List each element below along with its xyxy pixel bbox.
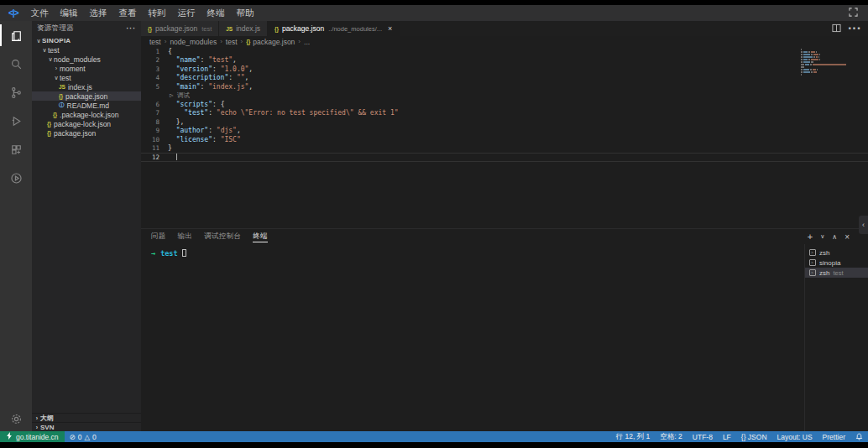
js-file-icon: JS (59, 84, 65, 90)
code-line-6: 6 "scripts": { (141, 100, 868, 109)
codelens-debug[interactable]: ▷ 调试 (141, 91, 868, 101)
extensions-icon[interactable] (0, 135, 32, 164)
minimap-line (801, 49, 853, 50)
activity-bar (0, 21, 32, 431)
explorer-icon[interactable] (0, 21, 32, 49)
panel-tab-问题[interactable]: 问题 (151, 229, 166, 244)
tree-item-test[interactable]: ∨test (32, 73, 141, 82)
tab-package.json[interactable]: {}package.json../node_modules/...× (268, 21, 400, 36)
code-text: "description": "", (159, 74, 248, 81)
minimap-token (803, 71, 810, 73)
panel-tab-终端[interactable]: 终端 (253, 229, 268, 244)
tree-item-SINOPIA[interactable]: ∨SINOPIA (32, 36, 141, 45)
status-item-行 12, 列 1[interactable]: 行 12, 列 1 (611, 431, 656, 442)
tree-item-package.json[interactable]: {}package.json (32, 91, 141, 101)
terminal-output[interactable]: →test (141, 244, 804, 431)
tree-item-node_modules[interactable]: ∨node_modules (32, 55, 141, 64)
status-item-LF[interactable]: LF (718, 431, 736, 442)
tree-item-index.js[interactable]: JSindex.js (32, 82, 141, 91)
breadcrumb-item-test[interactable]: test (226, 38, 238, 46)
menu-item-文件[interactable]: 文件 (24, 5, 54, 21)
run-debug-icon[interactable] (0, 107, 32, 135)
terminal-instance-zsh[interactable]: >zshtest (805, 268, 868, 278)
code-token: "test" (208, 56, 233, 64)
code-token: , (237, 127, 241, 134)
status-bar-right: 行 12, 列 1空格: 2UTF-8LF{} JSONLayout: USPr… (611, 431, 868, 442)
tab-index.js[interactable]: JSindex.js (219, 21, 268, 36)
minimap-line (801, 59, 853, 60)
source-control-icon[interactable] (0, 78, 32, 107)
minimap-token (811, 51, 815, 53)
search-icon[interactable] (0, 49, 32, 78)
status-item-UTF-8[interactable]: UTF-8 (688, 431, 718, 442)
breadcrumb-item-package.json[interactable]: {}package.json (246, 38, 295, 46)
sidebar-more-icon[interactable]: ··· (127, 24, 137, 33)
code-token: : (208, 127, 217, 134)
play-circle-icon[interactable] (0, 164, 32, 192)
split-editor-icon[interactable] (832, 21, 841, 36)
new-terminal-icon[interactable]: + (808, 232, 813, 242)
status-item-空格: 2[interactable]: 空格: 2 (655, 431, 687, 442)
breadcrumb-label: node_modules (170, 38, 217, 46)
panel-tab-调试控制台[interactable]: 调试控制台 (204, 229, 241, 244)
tabs: {}package.jsontestJSindex.js{}package.js… (141, 21, 400, 36)
text-cursor (176, 154, 177, 160)
tree-item-moment[interactable]: ›moment (32, 64, 141, 73)
chevron-down-icon: ∨ (47, 56, 54, 63)
terminal-instance-zsh[interactable]: >zsh (805, 247, 868, 258)
line-number: 9 (141, 127, 159, 134)
tree-item-test[interactable]: ∨test (32, 45, 141, 55)
collapse-panel-icon[interactable]: ‹ (859, 216, 868, 234)
menu-item-查看[interactable]: 查看 (112, 5, 142, 21)
breadcrumb-item-...[interactable]: ... (304, 38, 310, 46)
editor-more-icon[interactable]: ··· (848, 21, 861, 36)
code-line-12: 12 (141, 153, 868, 162)
chevron-right-icon: › (34, 415, 40, 421)
notifications-bell-icon[interactable] (850, 431, 868, 442)
sidebar-section-大纲[interactable]: ›大纲 (32, 413, 141, 422)
tree-item-label: package-lock.json (54, 120, 111, 128)
code-token: "echo \"Error: no test specified\" && ex… (217, 109, 399, 117)
tree-item-label: package.json (65, 92, 107, 101)
code-line-9: 9 "author": "djs", (141, 127, 868, 136)
code-line-1: 1{ (141, 47, 868, 56)
terminal-list: >zsh>sinopia>zshtest (804, 244, 868, 431)
json-file-icon: {} (246, 39, 250, 44)
tree-item-package-lock.json[interactable]: {}package-lock.json (32, 119, 141, 128)
tree-item-.package-lock.json[interactable]: {}.package-lock.json (32, 110, 141, 119)
menu-item-选择[interactable]: 选择 (83, 5, 112, 21)
close-panel-icon[interactable]: × (844, 232, 850, 242)
breadcrumb-item-test[interactable]: test (149, 38, 161, 46)
problems-status[interactable]: ⊘ 0 △ 0 (65, 431, 102, 442)
sidebar-section-SVN[interactable]: ›SVN (32, 422, 141, 431)
remote-indicator[interactable]: go.titanide.cn (0, 431, 65, 442)
menu-item-编辑[interactable]: 编辑 (54, 5, 83, 21)
minimap[interactable] (801, 49, 853, 79)
minimap-line (801, 76, 853, 78)
minimap-token (811, 54, 813, 55)
menu-item-帮助[interactable]: 帮助 (230, 5, 259, 21)
status-item-Layout: US[interactable]: Layout: US (772, 431, 818, 442)
tree-item-package.json[interactable]: {}package.json (32, 128, 141, 138)
js-file-icon: JS (226, 26, 233, 32)
terminal-instance-sinopia[interactable]: >sinopia (805, 258, 868, 268)
tab-package.json[interactable]: {}package.jsontest (141, 21, 219, 36)
panel-tab-输出[interactable]: 输出 (178, 229, 193, 244)
terminal-desc: test (833, 269, 843, 277)
code-line-8: 8 }, (141, 117, 868, 127)
menu-item-运行[interactable]: 运行 (171, 5, 201, 21)
status-item-Prettier[interactable]: Prettier (818, 431, 850, 442)
code-editor[interactable]: 1{2 "name": "test",3 "version": "1.0.0",… (141, 47, 868, 228)
expand-icon[interactable] (839, 8, 868, 18)
breadcrumb-item-node_modules[interactable]: node_modules (170, 38, 217, 46)
menu-item-终端[interactable]: 终端 (201, 5, 230, 21)
status-item-{} JSON[interactable]: {} JSON (736, 431, 772, 442)
tree-item-README.md[interactable]: ⓘREADME.md (32, 101, 141, 110)
settings-gear-icon[interactable] (0, 406, 32, 431)
menu-item-转到[interactable]: 转到 (142, 5, 171, 21)
close-tab-icon[interactable]: × (388, 24, 392, 33)
errors-count: 0 (78, 433, 82, 441)
minimap-token (813, 71, 818, 73)
terminal-dropdown-icon[interactable]: ∨ (820, 233, 824, 240)
maximize-panel-icon[interactable]: ∧ (832, 233, 837, 241)
